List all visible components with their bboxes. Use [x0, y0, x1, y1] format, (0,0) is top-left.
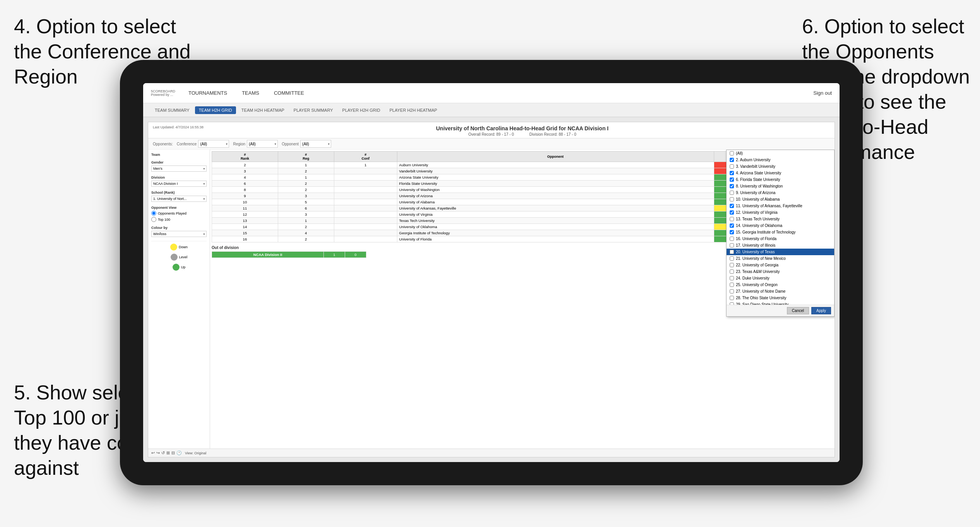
opponent-select-wrap: (All) — [300, 140, 331, 148]
left-sidebar: Team Gender Men's Division — [148, 150, 210, 449]
dropdown-item[interactable]: 10. University of Alabama — [727, 196, 834, 203]
cell-reg: 1 — [278, 162, 334, 168]
redo-icon[interactable]: ↪ — [156, 450, 160, 455]
gender-select[interactable]: Men's — [151, 165, 207, 172]
dropdown-item[interactable]: 29. San Diego State University — [727, 301, 834, 305]
refresh-icon[interactable]: ↺ — [161, 450, 165, 455]
conference-select[interactable]: (All) — [198, 140, 229, 148]
school-select[interactable]: 1. University of Nort... — [151, 196, 207, 202]
dropdown-checkbox[interactable] — [730, 289, 734, 293]
team-label: Team — [151, 153, 207, 157]
cell-rank: 11 — [212, 205, 278, 211]
dropdown-checkbox[interactable] — [730, 223, 734, 228]
tab-team-h2h-heatmap[interactable]: TEAM H2H HEATMAP — [238, 106, 288, 114]
dropdown-checkbox[interactable] — [730, 237, 734, 241]
tab-team-h2h-grid[interactable]: TEAM H2H GRID — [195, 106, 236, 114]
dropdown-item[interactable]: 6. Florida State University — [727, 176, 834, 183]
colour-by-select[interactable]: Win/loss — [151, 231, 207, 237]
overall-record: Overall Record: 89 - 17 - 0 — [469, 132, 514, 136]
dropdown-checkbox[interactable] — [730, 210, 734, 215]
nav-bar: 5COREBOARD Powered by ... TOURNAMENTS TE… — [143, 83, 840, 103]
dropdown-checkbox[interactable] — [730, 276, 734, 280]
dropdown-item[interactable]: 16. University of Florida — [727, 235, 834, 242]
dropdown-item-label: 9. University of Arizona — [736, 191, 775, 195]
cell-conf — [334, 193, 397, 199]
dropdown-checkbox[interactable] — [730, 250, 734, 254]
opponent-view-section: Opponent View Opponents Played Top 100 — [151, 206, 207, 222]
dropdown-item[interactable]: 22. University of Georgia — [727, 262, 834, 268]
opponent-view-options: Opponents Played Top 100 — [151, 211, 207, 222]
copy-icon[interactable]: ⊞ — [166, 450, 170, 455]
cell-opponent: Vanderbilt University — [397, 168, 714, 174]
nav-committee[interactable]: COMMITTEE — [272, 90, 306, 96]
dropdown-checkbox[interactable] — [730, 263, 734, 267]
dropdown-checkbox[interactable] — [730, 158, 734, 162]
tab-player-h2h-grid[interactable]: PLAYER H2H GRID — [339, 106, 384, 114]
opponents-played-option[interactable]: Opponents Played — [151, 211, 207, 216]
cell-reg: 2 — [278, 181, 334, 187]
dropdown-item[interactable]: 13. Texas Tech University — [727, 216, 834, 222]
dropdown-item[interactable]: 23. Texas A&M University — [727, 268, 834, 275]
dropdown-item[interactable]: (All) — [727, 150, 834, 157]
main-content: Last Updated: 4/7/2024 16:55:38 Universi… — [143, 117, 840, 462]
dropdown-checkbox[interactable] — [730, 204, 734, 208]
tab-player-summary[interactable]: PLAYER SUMMARY — [290, 106, 337, 114]
top-100-radio[interactable] — [151, 217, 156, 222]
dropdown-item[interactable]: 2. Auburn University — [727, 157, 834, 163]
tab-player-h2h-heatmap[interactable]: PLAYER H2H HEATMAP — [386, 106, 441, 114]
dropdown-item[interactable]: 4. Arizona State University — [727, 170, 834, 176]
dropdown-checkbox[interactable] — [730, 302, 734, 305]
nav-teams[interactable]: TEAMS — [240, 90, 261, 96]
dropdown-checkbox[interactable] — [730, 296, 734, 300]
dropdown-checkbox[interactable] — [730, 217, 734, 221]
dropdown-checkbox[interactable] — [730, 230, 734, 234]
dropdown-checkbox[interactable] — [730, 184, 734, 188]
dropdown-checkbox[interactable] — [730, 269, 734, 274]
nav-tournaments[interactable]: TOURNAMENTS — [187, 90, 229, 96]
dropdown-item[interactable]: 17. University of Illinois — [727, 242, 834, 249]
paste-icon[interactable]: ⊟ — [171, 450, 175, 455]
dropdown-item[interactable]: 27. University of Notre Dame — [727, 288, 834, 295]
dropdown-item[interactable]: 15. Georgia Institute of Technology — [727, 229, 834, 235]
dropdown-item[interactable]: 25. University of Oregon — [727, 281, 834, 288]
school-section: School (Rank) 1. University of Nort... — [151, 191, 207, 202]
region-select[interactable]: (All) — [247, 140, 278, 148]
dropdown-checkbox[interactable] — [730, 243, 734, 247]
region-filter: Region (All) — [233, 140, 278, 148]
undo-icon[interactable]: ↩ — [151, 450, 155, 455]
dropdown-checkbox[interactable] — [730, 256, 734, 261]
nav-signout[interactable]: Sign out — [813, 90, 832, 96]
dropdown-item[interactable]: 3. Vanderbilt University — [727, 163, 834, 170]
dropdown-item[interactable]: 24. Duke University — [727, 275, 834, 281]
dropdown-checkbox[interactable] — [730, 177, 734, 182]
dropdown-item[interactable]: 9. University of Arizona — [727, 189, 834, 196]
dropdown-item[interactable]: 8. University of Washington — [727, 183, 834, 189]
dropdown-item[interactable]: 14. University of Oklahoma — [727, 222, 834, 229]
dropdown-checkbox[interactable] — [730, 171, 734, 175]
opponent-select[interactable]: (All) — [300, 140, 331, 148]
division-select[interactable]: NCAA Division I — [151, 181, 207, 187]
cell-reg: 1 — [278, 218, 334, 224]
cell-conf — [334, 236, 397, 242]
cancel-button[interactable]: Cancel — [787, 307, 809, 314]
th-reg: #Reg — [278, 152, 334, 162]
cell-rank: 9 — [212, 193, 278, 199]
apply-button[interactable]: Apply — [811, 307, 831, 314]
dropdown-checkbox[interactable] — [730, 164, 734, 169]
dropdown-checkbox[interactable] — [730, 191, 734, 195]
dropdown-checkbox[interactable] — [730, 197, 734, 201]
dropdown-checkbox[interactable] — [730, 151, 734, 155]
dropdown-checkbox[interactable] — [730, 283, 734, 287]
dropdown-item[interactable]: 20. University of Texas — [727, 249, 834, 255]
dropdown-item[interactable]: 11. University of Arkansas, Fayetteville — [727, 203, 834, 209]
dropdown-item[interactable]: 21. University of New Mexico — [727, 255, 834, 262]
dropdown-item[interactable]: 28. The Ohio State University — [727, 295, 834, 301]
report-title: University of North Carolina Head-to-Hea… — [215, 125, 830, 131]
dropdown-item[interactable]: 12. University of Virginia — [727, 209, 834, 216]
out-div-loss: 0 — [345, 252, 366, 258]
dropdown-item-label: 21. University of New Mexico — [736, 256, 786, 261]
tab-team-summary[interactable]: TEAM SUMMARY — [151, 106, 193, 114]
opponents-played-radio[interactable] — [151, 211, 156, 216]
top-100-option[interactable]: Top 100 — [151, 217, 207, 222]
clock-icon[interactable]: 🕐 — [176, 450, 182, 455]
